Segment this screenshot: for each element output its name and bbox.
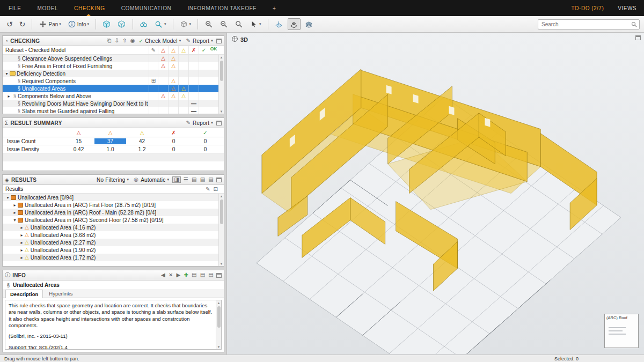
camera-icon[interactable]: ⊡ (213, 187, 218, 192)
result-row[interactable]: ▾ Unallocated Area [0/94] (3, 194, 224, 201)
ruleset-folder-row[interactable]: ▾ Deficiency Detection (3, 70, 224, 77)
summary-report-button[interactable]: ✎Report▾ (184, 120, 214, 126)
find-button[interactable] (137, 18, 150, 30)
model-cube-button[interactable] (100, 18, 113, 30)
result-row[interactable]: ▸△ Unallocated Area (3.68 m2) (3, 231, 224, 239)
move-down-icon[interactable]: ⇩ (114, 38, 120, 43)
info-tool-button[interactable]: Info▾ (65, 18, 91, 30)
expand-icon[interactable]: ▸ (19, 255, 25, 260)
expand-icon[interactable]: ▸ (19, 233, 25, 238)
expand-icon[interactable]: ▸ (19, 248, 25, 253)
issue-density-red[interactable]: 0.42 (63, 146, 94, 152)
layers-button[interactable] (303, 18, 316, 30)
add-note-icon[interactable]: ✚ (183, 272, 189, 278)
filter-dropdown[interactable]: No Filtering▾ (96, 177, 130, 183)
model-cube-transparent-button[interactable] (115, 18, 128, 30)
issue-density-accepted[interactable]: 0 (189, 146, 221, 152)
print-icon[interactable]: ▤ (200, 177, 206, 182)
view-window-icon[interactable] (635, 35, 641, 40)
issue-density-yellow[interactable]: 1.2 (126, 146, 158, 152)
building-model[interactable] (227, 33, 644, 354)
issue-count-red[interactable]: 15 (63, 138, 94, 144)
check-model-button[interactable]: ✓Check Model▾ (138, 38, 182, 44)
result-row[interactable]: ▾ Unallocated Area in (ARC) Second Floor… (3, 216, 224, 224)
result-row[interactable]: ▸ Unallocated Area in (ARC) Roof - Main … (3, 209, 224, 216)
views-button[interactable]: VIEWS (618, 5, 636, 11)
rule-row[interactable]: § Revolving Doors Must Have Swinging Doo… (3, 100, 224, 107)
rule-row[interactable]: § Clearance Above Suspended Ceilings △△ (3, 55, 224, 62)
rule-row[interactable]: ▸§ Components Below and Above △△△ (3, 92, 224, 100)
rule-row[interactable]: § Free Area in Front of Fixed Furnishing… (3, 62, 224, 70)
zoom-in-button[interactable] (202, 18, 215, 30)
result-row[interactable]: ▸△ Unallocated Area (2.27 m2) (3, 239, 224, 246)
show-results-icon[interactable]: ◨ (172, 176, 181, 183)
open-ruleset-icon[interactable]: ⎗ (106, 38, 112, 43)
checking-scrollbar[interactable]: ▲▼ (218, 55, 224, 114)
result-row[interactable]: ▸ Unallocated Area in (ARC) First Floor … (3, 201, 224, 209)
issue-density-rejected[interactable]: 0 (158, 146, 189, 152)
search-input[interactable] (538, 19, 640, 29)
zoom-window-button[interactable] (232, 18, 245, 30)
collapse-icon[interactable]: ▾ (5, 195, 11, 200)
list-view-icon[interactable]: ☰ (183, 177, 189, 182)
rule-row-selected[interactable]: § Unallocated Areas △△ (3, 85, 224, 92)
stop-icon[interactable]: ✕ (168, 272, 174, 278)
3d-viewport[interactable]: 3D (226, 33, 644, 354)
issue-count-rejected[interactable]: 0 (158, 138, 189, 144)
checking-report-button[interactable]: ✎Report▾ (184, 38, 214, 44)
menu-tab-communication[interactable]: COMMUNICATION (120, 1, 173, 16)
issue-count-accepted[interactable]: 0 (189, 138, 221, 144)
collapse-icon[interactable]: ▾ (4, 71, 10, 76)
issue-count-orange-selected[interactable]: 37 (94, 138, 126, 144)
panel-window-icon[interactable] (216, 39, 222, 43)
menu-tab-add[interactable]: + (272, 1, 277, 16)
collapse-icon[interactable]: ▾ (12, 218, 18, 223)
tab-hyperlinks[interactable]: Hyperlinks (44, 289, 77, 298)
search-icon[interactable] (631, 20, 638, 30)
expand-icon[interactable]: ▸ (12, 210, 18, 215)
result-row[interactable]: ▸△ Unallocated Area (1.90 m2) (3, 246, 224, 254)
rule-row[interactable]: § Slabs must be Guarded against Falling … (3, 107, 224, 114)
result-row[interactable]: ▸△ Unallocated Area (1.72 m2) (3, 254, 224, 261)
settings-icon[interactable]: ◉ (130, 38, 136, 43)
ruleset-row[interactable]: Ruleset - Checked Model ✎ △ △ △ ✗ ✓ OK (3, 46, 224, 55)
todo-button[interactable]: TO-DO (2/7) (571, 5, 604, 11)
section-legend-box[interactable]: (ARC) Roof (604, 314, 639, 348)
menu-tab-model[interactable]: MODEL (36, 1, 60, 16)
select-arrow-button[interactable]: ▾ (247, 18, 264, 30)
slideshow-icon[interactable]: ▤ (191, 272, 197, 278)
print-icon[interactable]: ▤ (200, 272, 206, 278)
navigation-tool-button[interactable] (288, 18, 301, 30)
report-slideshow-icon[interactable]: ▤ (191, 177, 197, 182)
prev-icon[interactable]: ◀ (160, 272, 166, 278)
export-icon[interactable]: ▤ (208, 177, 214, 182)
undo-button[interactable]: ↺ (4, 19, 15, 29)
export-icon[interactable]: ▤ (208, 272, 214, 278)
next-icon[interactable]: ▶ (176, 272, 181, 278)
menu-tab-file[interactable]: FILE (8, 1, 23, 16)
section-plane-button[interactable] (273, 18, 286, 30)
tab-description[interactable]: Description (5, 290, 43, 298)
expand-icon[interactable]: ▸ (19, 225, 25, 230)
result-row[interactable]: ▸△ Unallocated Area (4.16 m2) (3, 224, 224, 231)
panel-window-icon[interactable] (216, 178, 222, 182)
attach-icon[interactable]: ✎ (205, 187, 210, 192)
expand-icon[interactable]: ▸ (19, 240, 25, 245)
menu-tab-information-takeoff[interactable]: INFORMATION TAKEOFF (186, 1, 258, 16)
issue-count-yellow[interactable]: 42 (126, 138, 158, 144)
redo-button[interactable]: ↻ (17, 19, 28, 29)
zoom-out-button[interactable] (217, 18, 230, 30)
issue-density-orange[interactable]: 1.0 (94, 146, 126, 152)
move-up-icon[interactable]: ⇧ (122, 38, 128, 43)
menu-tab-checking[interactable]: CHECKING (73, 1, 106, 16)
rule-row[interactable]: § Required Components ⊞△ (3, 77, 224, 85)
pan-tool-button[interactable]: Pan▾ (36, 18, 63, 30)
find-components-button[interactable]: ▾ (152, 18, 169, 30)
expand-icon[interactable]: ▸ (12, 203, 18, 208)
component-box-button[interactable]: ▾ (178, 18, 194, 30)
grouping-dropdown[interactable]: ◎Automatic▾ (132, 177, 170, 183)
results-scrollbar[interactable]: ▲▼ (218, 194, 224, 266)
info-scrollbar[interactable]: ▲▼ (216, 300, 221, 349)
panel-window-icon[interactable] (216, 121, 222, 125)
expand-icon[interactable]: ▸ (6, 94, 12, 99)
